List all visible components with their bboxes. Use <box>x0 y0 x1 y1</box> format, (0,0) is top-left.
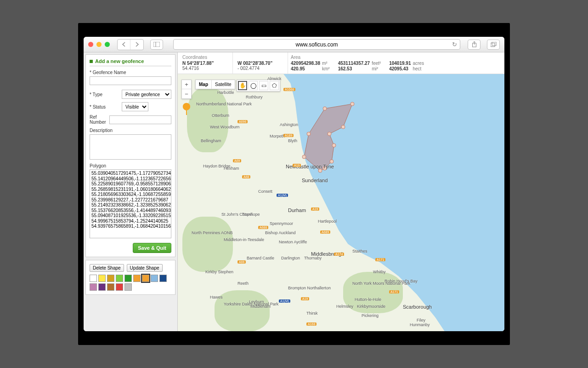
url-bar[interactable]: www.soficus.com ↻ <box>173 39 460 50</box>
pegman-icon[interactable]: ⬤ <box>182 102 191 115</box>
color-swatch[interactable] <box>159 275 167 282</box>
svg-point-13 <box>328 132 331 136</box>
area-col: Area 420954298.38m²420.95km² 4531114357.… <box>288 52 504 74</box>
forward-button[interactable] <box>130 40 143 50</box>
map-label: Otterburn <box>212 113 229 118</box>
titlebar: www.soficus.com ↻ <box>84 37 504 52</box>
route-badge: A689 <box>320 230 330 234</box>
map-label: Morpeth <box>270 134 285 138</box>
map-label: Thirsk <box>306 311 318 316</box>
map-label: Hawes <box>210 295 223 299</box>
route-badge: A19 <box>293 164 301 167</box>
color-swatch[interactable] <box>107 275 114 282</box>
update-shape-button[interactable]: Update Shape <box>127 264 163 272</box>
map-label: Sunderland <box>302 178 328 183</box>
map-label: Thornaby <box>304 256 322 260</box>
svg-rect-4 <box>491 43 495 47</box>
color-swatch[interactable] <box>133 275 141 282</box>
sidebar-toggle-button[interactable] <box>150 40 163 50</box>
route-badge: A171 <box>389 290 399 293</box>
route-badge: A69 <box>233 159 241 162</box>
map-label: Ashington <box>280 122 298 127</box>
color-swatch[interactable] <box>151 275 158 282</box>
map-type-map[interactable]: Map <box>196 80 212 89</box>
map-label: Brompton Northallerton <box>288 286 316 290</box>
color-swatch[interactable] <box>90 283 97 291</box>
color-swatch[interactable] <box>142 275 149 282</box>
map-label: North York Moors National Park <box>352 281 384 286</box>
color-swatches-row-2 <box>90 283 171 291</box>
description-textarea[interactable] <box>90 134 171 160</box>
map-type-satellite[interactable]: Satellite <box>212 80 235 89</box>
nav-buttons <box>117 39 144 50</box>
status-label: * Status <box>90 104 119 109</box>
map-label: Spennymoor <box>270 221 293 226</box>
back-button[interactable] <box>118 40 130 50</box>
main-panel: Coordinates N 54°28'17.88" 54.4716 W 002… <box>177 52 504 331</box>
sidebar: Add a new geofence * Geofence Name * Typ… <box>84 52 177 331</box>
route-badge: A1(M) <box>279 299 290 303</box>
svg-point-15 <box>330 160 334 163</box>
draw-tools: ✋ ◯ ▭ ⬠ <box>237 80 280 92</box>
svg-point-8 <box>302 155 306 159</box>
circle-tool-icon[interactable]: ◯ <box>249 81 258 90</box>
delete-shape-button[interactable]: Delete Shape <box>90 264 124 272</box>
map-label: Bellingham <box>201 138 221 143</box>
route-badge: A171 <box>375 258 385 261</box>
color-swatch[interactable] <box>98 283 106 291</box>
save-quit-button[interactable]: Save & Quit <box>133 243 171 253</box>
map-label: Scarborough <box>403 304 432 310</box>
color-swatch[interactable] <box>116 275 123 282</box>
color-swatch[interactable] <box>124 283 132 291</box>
coords-col-lon: W 002°28'38.70" - 002.4774 <box>233 52 288 74</box>
route-badge: A168 <box>306 322 317 326</box>
map-label: Filey <box>417 318 425 322</box>
geofence-name-input[interactable] <box>90 76 171 85</box>
svg-point-9 <box>307 132 311 136</box>
map-label: Harbottle <box>217 90 234 95</box>
map-label: Leyburn <box>249 299 264 304</box>
tabs-button[interactable] <box>487 40 500 50</box>
map-label: Stanhope <box>242 212 260 217</box>
map-label: Hartlepool <box>318 219 337 224</box>
route-badge: A688 <box>258 226 268 229</box>
color-swatch[interactable] <box>124 275 132 282</box>
map-canvas[interactable]: + − ⬤ MapSatellite ✋ ◯ ▭ ⬠ AlnwickHarbot… <box>178 74 504 331</box>
zoom-in-button[interactable]: + <box>182 80 191 89</box>
map-label: Barnard Castle <box>247 256 270 260</box>
color-swatch[interactable] <box>98 275 106 282</box>
zoom-control: + − <box>181 80 192 99</box>
map-label: Rothbury <box>246 95 263 99</box>
svg-point-7 <box>318 169 322 172</box>
zoom-out-button[interactable]: − <box>182 89 191 98</box>
color-swatches-row-1 <box>90 275 171 282</box>
color-swatch[interactable] <box>116 283 123 291</box>
map-label: Staithes <box>352 249 368 253</box>
polygon-textarea[interactable] <box>90 169 171 238</box>
map-label: Reeth <box>237 281 249 286</box>
svg-point-10 <box>323 107 327 110</box>
minimize-window-icon[interactable] <box>96 42 102 47</box>
route-badge: A174 <box>334 253 344 256</box>
rectangle-tool-icon[interactable]: ▭ <box>259 81 268 90</box>
color-swatch[interactable] <box>107 283 114 291</box>
type-select[interactable]: Private geofence <box>122 90 171 99</box>
route-badge: A189 <box>283 134 294 137</box>
map-label: Alnwick <box>267 76 282 81</box>
map-label: St John's Chapel <box>221 212 244 217</box>
status-select[interactable]: Visible <box>122 102 148 111</box>
ref-number-input[interactable] <box>109 115 171 124</box>
map-label: Whitby <box>373 270 386 274</box>
reload-icon[interactable]: ↻ <box>452 41 457 48</box>
route-badge: A19 <box>301 297 309 300</box>
type-label: * Type <box>90 92 119 97</box>
maximize-window-icon[interactable] <box>105 42 110 47</box>
hand-tool-icon[interactable]: ✋ <box>238 81 247 90</box>
color-swatch[interactable] <box>90 275 97 282</box>
share-button[interactable] <box>468 40 481 50</box>
close-window-icon[interactable] <box>88 42 93 47</box>
polygon-tool-icon[interactable]: ⬠ <box>270 81 279 90</box>
coords-col-lat: Coordinates N 54°28'17.88" 54.4716 <box>178 52 233 74</box>
map-label: West Woodburn <box>210 125 228 129</box>
map-label: Kirkby Stephen <box>205 270 224 274</box>
